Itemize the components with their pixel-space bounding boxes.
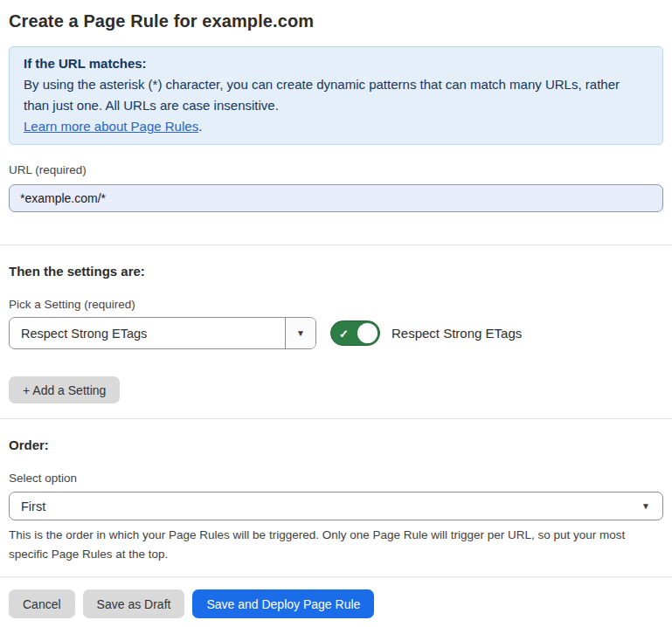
add-setting-button[interactable]: + Add a Setting xyxy=(9,376,120,403)
url-input[interactable] xyxy=(9,184,663,212)
save-deploy-button[interactable]: Save and Deploy Page Rule xyxy=(192,589,374,618)
settings-heading: Then the settings are: xyxy=(9,263,663,279)
url-match-info-box: If the URL matches: By using the asteris… xyxy=(9,46,663,145)
chevron-down-icon: ▼ xyxy=(641,502,650,511)
info-box-body: By using the asterisk (*) character, you… xyxy=(24,74,648,116)
order-help-text: This is the order in which your Page Rul… xyxy=(9,526,660,564)
info-box-heading: If the URL matches: xyxy=(24,53,648,74)
chevron-down-icon: ▼ xyxy=(296,329,305,338)
check-icon: ✓ xyxy=(339,327,349,339)
setting-row: Respect Strong ETags ▼ ✓ Respect Strong … xyxy=(9,317,663,349)
order-select-value: First xyxy=(10,493,641,520)
url-label: URL (required) xyxy=(9,163,663,177)
learn-more-link[interactable]: Learn more about Page Rules xyxy=(24,119,198,134)
order-select-chevron-area: ▼ xyxy=(641,493,662,520)
save-draft-button[interactable]: Save as Draft xyxy=(83,589,185,618)
page-title: Create a Page Rule for example.com xyxy=(9,10,663,32)
setting-select-value: Respect Strong ETags xyxy=(10,318,285,348)
setting-select-chevron-button[interactable]: ▼ xyxy=(285,318,315,348)
select-option-label: Select option xyxy=(9,472,663,486)
setting-toggle[interactable]: ✓ xyxy=(330,320,380,346)
setting-select[interactable]: Respect Strong ETags ▼ xyxy=(9,317,316,349)
toggle-knob xyxy=(357,323,378,343)
link-period: . xyxy=(198,119,202,134)
pick-setting-label: Pick a Setting (required) xyxy=(9,298,663,312)
setting-toggle-wrap: ✓ Respect Strong ETags xyxy=(330,320,522,346)
order-heading: Order: xyxy=(9,437,663,453)
toggle-label: Respect Strong ETags xyxy=(391,326,522,341)
section-divider xyxy=(0,418,672,419)
footer-actions: Cancel Save as Draft Save and Deploy Pag… xyxy=(9,589,663,618)
info-box-link-line: Learn more about Page Rules. xyxy=(24,116,648,137)
footer-divider xyxy=(0,576,672,577)
create-page-rule-form: Create a Page Rule for example.com If th… xyxy=(0,10,672,618)
cancel-button[interactable]: Cancel xyxy=(9,589,75,618)
section-divider xyxy=(0,245,672,245)
order-select[interactable]: First ▼ xyxy=(9,492,663,520)
